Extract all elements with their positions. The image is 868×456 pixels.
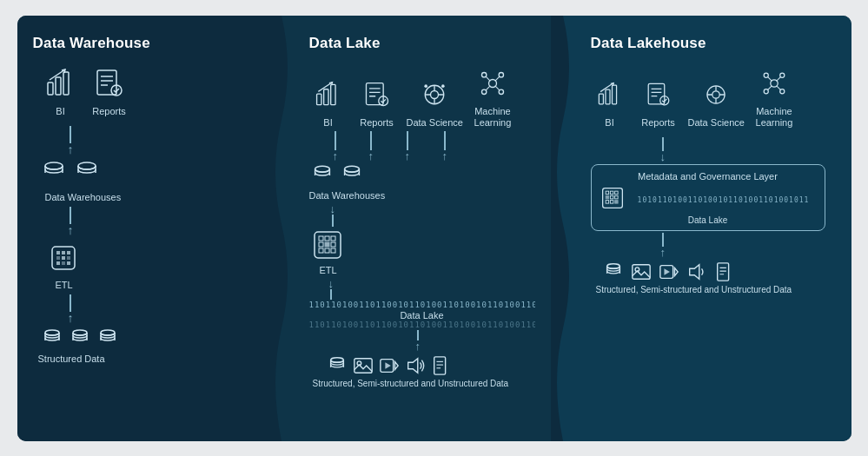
- svg-point-47: [425, 84, 428, 88]
- governance-label: Metadata and Governance Layer: [600, 170, 816, 182]
- panel-lake: Data Lake BI: [294, 16, 551, 441]
- bi-label: BI: [56, 106, 64, 117]
- data-science-icon: [415, 76, 454, 114]
- etl-icon-w: [45, 240, 82, 280]
- svg-line-55: [495, 76, 500, 80]
- lake-title: Data Lake: [309, 35, 381, 52]
- lakehouse-title: Data Lakehouse: [591, 35, 706, 52]
- svg-rect-114: [606, 196, 609, 200]
- warehouse-top-icons: BI Reports: [42, 64, 129, 117]
- svg-rect-70: [331, 242, 335, 247]
- diagram-container: Data Warehouse BI: [17, 16, 851, 441]
- svg-rect-21: [56, 261, 60, 265]
- reports-label-w: Reports: [92, 106, 126, 117]
- lakehouse-top-icons: BI Reports: [591, 64, 793, 129]
- svg-marker-81: [385, 363, 390, 369]
- lh-datascience-icon: [697, 76, 735, 114]
- bi-icon: [42, 64, 80, 102]
- svg-rect-16: [62, 251, 65, 254]
- svg-point-42: [431, 90, 439, 98]
- source-db-icon: [327, 355, 348, 376]
- lake-db-1: [309, 163, 335, 189]
- svg-rect-33: [316, 94, 321, 105]
- svg-rect-88: [605, 89, 609, 104]
- svg-point-96: [712, 90, 719, 97]
- svg-line-57: [495, 85, 500, 89]
- lh-ml-item: Machine Learning: [755, 64, 793, 129]
- lh-source-doc: [714, 261, 735, 282]
- wave-divider-1: [269, 16, 294, 441]
- warehouse-title: Data Warehouse: [33, 35, 150, 52]
- svg-rect-89: [612, 85, 616, 104]
- svg-line-107: [776, 76, 780, 81]
- lh-ml-icon: [755, 64, 793, 102]
- lh-bottom-icons: [603, 261, 735, 282]
- svg-rect-87: [599, 94, 603, 104]
- svg-rect-36: [366, 83, 383, 104]
- svg-rect-2: [63, 72, 69, 95]
- lh-reports-icon: [639, 76, 678, 114]
- svg-line-108: [767, 85, 772, 89]
- lake-datascience-item: Data Science: [407, 76, 463, 129]
- svg-rect-67: [331, 236, 335, 241]
- svg-rect-111: [606, 191, 609, 195]
- warehouse-bi-icon-item: BI: [42, 64, 80, 117]
- svg-rect-65: [319, 236, 323, 241]
- svg-rect-15: [56, 251, 60, 254]
- svg-rect-71: [319, 248, 323, 253]
- svg-rect-1: [56, 77, 61, 95]
- struct-db-1: [40, 327, 64, 352]
- svg-rect-68: [319, 242, 323, 247]
- governance-binary: 1010110100110100101101001101001011: [632, 196, 816, 204]
- lh-datascience-item: Data Science: [688, 76, 745, 129]
- lake-label-lh: Data Lake: [600, 215, 816, 225]
- lake-bi-item: BI: [309, 76, 348, 129]
- svg-rect-73: [331, 248, 335, 253]
- svg-line-56: [486, 85, 490, 89]
- svg-marker-82: [407, 359, 417, 373]
- svg-rect-123: [632, 265, 649, 280]
- lake-bottom-icons: [327, 355, 452, 376]
- data-warehouses-label-l: Data Warehouses: [309, 190, 386, 202]
- panel-lakehouse: Data Lakehouse BI: [575, 16, 851, 441]
- svg-rect-129: [717, 263, 728, 281]
- svg-marker-127: [664, 268, 669, 274]
- svg-rect-17: [67, 251, 70, 254]
- structured-label-lh: Structured, Semi-structured and Unstruct…: [596, 285, 792, 295]
- svg-rect-3: [97, 70, 116, 95]
- lake-reports-icon: [358, 76, 396, 114]
- binary-wave-l: 1101101001101100101101001101001011010011…: [309, 301, 535, 309]
- etl-icon-l: [311, 228, 344, 265]
- structured-label-l: Structured, Semi-structured and Unstruct…: [313, 379, 509, 389]
- lake-reports-item: Reports: [358, 76, 396, 129]
- etl-label-l: ETL: [320, 265, 337, 276]
- lh-source-db: [603, 261, 624, 282]
- svg-line-54: [486, 76, 490, 80]
- lake-db-2: [339, 163, 365, 189]
- svg-rect-116: [614, 196, 618, 200]
- svg-marker-128: [689, 265, 699, 280]
- svg-rect-69: [325, 242, 329, 247]
- svg-rect-118: [610, 201, 613, 204]
- data-warehouses-label-w: Data Warehouses: [45, 192, 122, 203]
- lake-ml-item: Machine Learning: [474, 64, 512, 129]
- svg-marker-126: [674, 268, 678, 276]
- svg-rect-119: [614, 201, 618, 204]
- svg-rect-22: [62, 261, 65, 265]
- panel-warehouse: Data Warehouse BI: [17, 16, 269, 441]
- lake-bi-icon: [309, 76, 348, 114]
- lh-source-audio: [686, 261, 707, 282]
- svg-rect-83: [434, 357, 445, 374]
- svg-rect-20: [67, 256, 70, 260]
- svg-rect-18: [56, 256, 60, 260]
- struct-db-2: [68, 327, 92, 352]
- db-icon-1: [40, 159, 68, 190]
- source-doc-icon: [431, 355, 452, 376]
- data-lake-area-l: 1101101001101100101101001101001011010011…: [309, 301, 535, 329]
- lh-bi-icon: [591, 76, 629, 114]
- svg-rect-117: [606, 201, 609, 204]
- svg-rect-113: [614, 191, 618, 195]
- svg-rect-23: [67, 261, 70, 265]
- reports-icon: [90, 64, 129, 102]
- svg-rect-19: [62, 256, 65, 260]
